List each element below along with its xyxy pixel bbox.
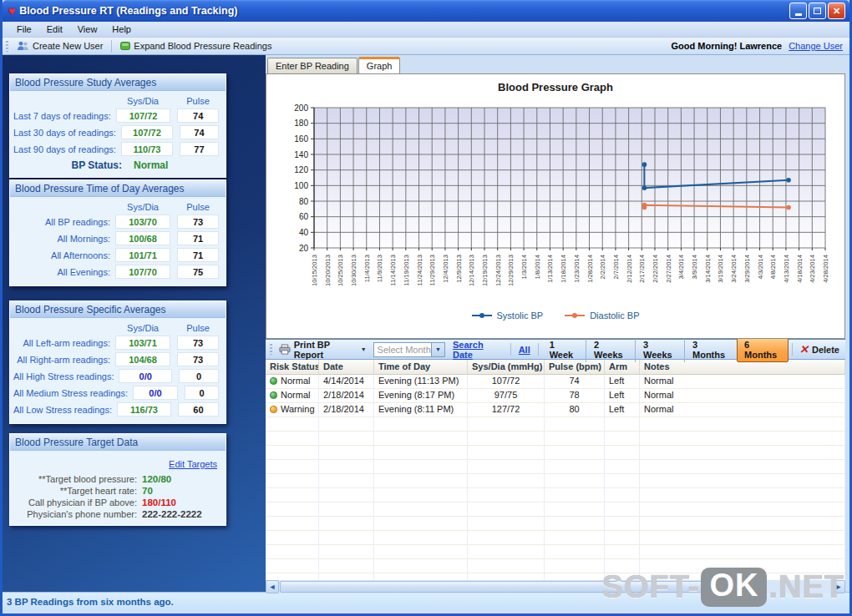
menu-item-edit[interactable]: Edit: [39, 23, 70, 36]
tab-enter-bp-reading[interactable]: Enter BP Reading: [267, 58, 358, 73]
sysdia-value: 104/68: [115, 352, 170, 366]
table-row[interactable]: Normal4/14/2014Evening (11:13 PM)107/727…: [266, 375, 845, 389]
svg-text:2/17/2014: 2/17/2014: [638, 255, 646, 283]
create-new-user-button[interactable]: Create New User: [12, 39, 108, 53]
empty-cell: [545, 488, 605, 502]
panel-title: Blood Pressure Time of Day Averages: [10, 180, 226, 197]
main-area: Blood Pressure Study AveragesSys/DiaPuls…: [3, 55, 849, 592]
panel-row: All Medium Stress readings:0/00: [13, 386, 219, 400]
status-normal-icon: [270, 391, 277, 399]
sysdia-value: 0/0: [119, 369, 171, 383]
column-header-notes[interactable]: Notes: [640, 360, 845, 374]
minimize-button[interactable]: [789, 3, 807, 19]
toolbar-grip: [6, 41, 8, 52]
search-date-link[interactable]: Search Date: [453, 340, 503, 360]
row-label: All Medium Stress readings:: [13, 388, 133, 398]
column-header-time-of-day[interactable]: Time of Day: [374, 360, 468, 374]
legend-item-diastolic-bp: Diastolic BP: [565, 311, 639, 321]
empty-cell: [319, 545, 374, 558]
cell-sysdia: 107/72: [468, 375, 545, 388]
panel-row: All Mornings:100/6871: [13, 231, 219, 245]
restore-button[interactable]: [809, 3, 826, 19]
range-button-6-months[interactable]: 6 Months: [737, 337, 789, 362]
svg-text:11/19/2013: 11/19/2013: [403, 255, 410, 285]
sysdia-value: 107/70: [115, 265, 170, 279]
col-header-sysdia: Sys/Dia: [115, 323, 170, 333]
change-user-link[interactable]: Change User: [789, 41, 843, 51]
select-month-value: Select Month: [374, 345, 431, 355]
table-row[interactable]: Normal2/18/2014Evening (8:17 PM)97/7578L…: [266, 389, 845, 403]
svg-text:3/14/2014: 3/14/2014: [704, 255, 712, 283]
empty-cell: [468, 432, 545, 445]
tab-strip: Enter BP Reading Graph: [266, 55, 849, 73]
select-month-combo[interactable]: Select Month ▼: [373, 342, 445, 357]
empty-cell: [319, 417, 374, 431]
range-toolbar-grip: [270, 344, 272, 355]
svg-text:160: 160: [294, 134, 308, 144]
range-button-1-week[interactable]: 1 Week: [542, 337, 586, 362]
panel-row: All BP readings:103/7073: [13, 215, 219, 229]
empty-cell: [640, 545, 845, 558]
legend-label: Diastolic BP: [590, 311, 639, 321]
column-header-arm[interactable]: Arm: [605, 360, 640, 374]
column-header-pulse-bpm-[interactable]: Pulse (bpm): [545, 360, 605, 374]
column-header-risk-status[interactable]: Risk Status: [266, 360, 319, 374]
empty-cell: [266, 573, 319, 580]
empty-cell: [319, 531, 374, 544]
table-empty-row: [266, 531, 845, 545]
empty-cell: [374, 474, 468, 487]
row-label: Last 90 days of readings:: [13, 144, 121, 154]
delete-button[interactable]: ✕ Delete: [796, 341, 843, 357]
empty-cell: [374, 460, 468, 473]
cell-notes: Normal: [640, 389, 845, 402]
combo-dropdown-button[interactable]: ▼: [431, 343, 444, 356]
edit-targets-link[interactable]: Edit Targets: [169, 459, 217, 469]
table-row[interactable]: Warning2/18/2014Evening (8:11 PM)127/728…: [266, 403, 845, 417]
scroll-left-button[interactable]: ◄: [266, 580, 279, 593]
empty-cell: [545, 446, 605, 459]
panel-row: All High Stress readings:0/00: [13, 369, 219, 383]
print-bp-report-button[interactable]: Print BP Report ▼: [276, 338, 370, 361]
empty-cell: [266, 545, 319, 558]
menu-item-view[interactable]: View: [70, 23, 105, 36]
column-header-date[interactable]: Date: [319, 360, 374, 374]
range-button-2-weeks[interactable]: 2 Weeks: [586, 337, 635, 362]
cell-date: 2/18/2014: [319, 403, 374, 417]
sysdia-value: 101/71: [115, 248, 170, 262]
tab-graph[interactable]: Graph: [358, 57, 401, 73]
empty-cell: [374, 517, 468, 530]
close-button[interactable]: ✕: [828, 3, 845, 19]
empty-cell: [468, 460, 545, 473]
print-dropdown-arrow-icon[interactable]: ▼: [361, 346, 367, 352]
svg-text:10/30/2013: 10/30/2013: [350, 255, 358, 286]
empty-cell: [468, 573, 545, 580]
svg-text:180: 180: [294, 119, 308, 128]
empty-cell: [545, 417, 605, 431]
table-empty-row: [266, 446, 845, 460]
expand-readings-button[interactable]: Expand Blood Pressure Readings: [115, 39, 276, 53]
svg-text:3/29/2014: 3/29/2014: [743, 255, 751, 283]
menu-item-file[interactable]: File: [9, 23, 39, 36]
main-toolbar: Create New User Expand Blood Pressure Re…: [3, 38, 849, 55]
table-empty-row: [266, 432, 845, 446]
empty-cell: [319, 432, 374, 445]
column-header-sys-dia-mmhg-[interactable]: Sys/Dia (mmHg): [468, 360, 545, 374]
svg-text:2/2/2014: 2/2/2014: [599, 255, 606, 280]
panel-row: Last 7 days of readings:107/7274: [13, 109, 219, 123]
all-link[interactable]: All: [519, 345, 530, 355]
empty-cell: [266, 559, 319, 573]
panel-title: Blood Pressure Target Data: [10, 434, 226, 451]
cell-time-of-day: Evening (8:11 PM): [374, 403, 468, 417]
range-toolbar: Print BP Report ▼ Select Month ▼ Search …: [266, 339, 845, 360]
empty-cell: [319, 488, 374, 502]
range-button-3-months[interactable]: 3 Months: [684, 337, 737, 362]
empty-cell: [545, 531, 605, 544]
range-button-3-weeks[interactable]: 3 Weeks: [635, 337, 684, 362]
row-label: All Evenings:: [13, 267, 115, 277]
menu-item-help[interactable]: Help: [104, 23, 139, 36]
svg-text:11/9/2013: 11/9/2013: [376, 255, 383, 282]
bp-chart: 2040608010012014016018020010/15/201310/2…: [266, 74, 846, 340]
panel-body: Sys/DiaPulseAll BP readings:103/7073All …: [10, 197, 226, 285]
svg-text:4/28/2014: 4/28/2014: [822, 255, 829, 283]
col-header-sysdia: Sys/Dia: [115, 202, 170, 212]
